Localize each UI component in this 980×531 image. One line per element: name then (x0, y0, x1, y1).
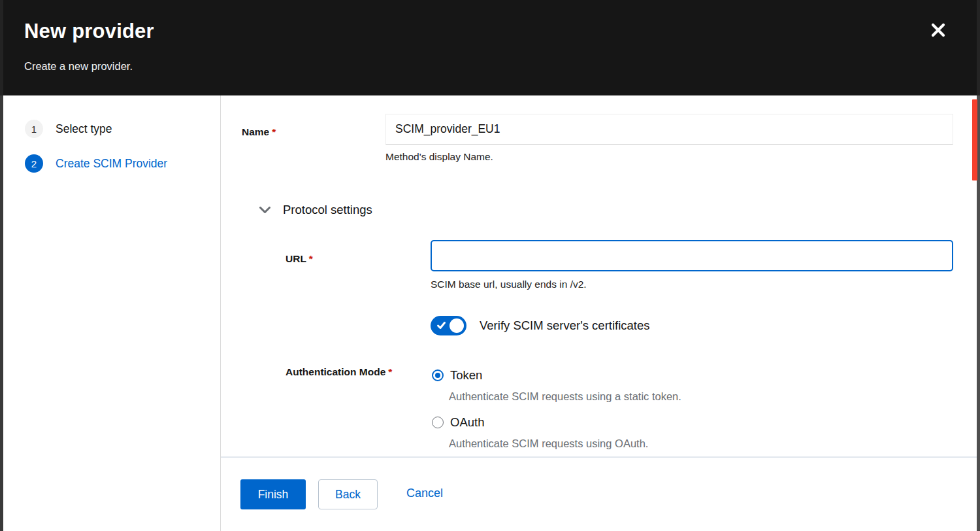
required-marker: * (309, 253, 313, 264)
verify-certificates-row: Verify SCIM server's certificates (431, 316, 650, 335)
protocol-settings-label: Protocol settings (283, 203, 372, 217)
page-title: New provider (24, 20, 154, 43)
radio-option-label: Token (450, 368, 482, 383)
auth-mode-option-oauth[interactable]: OAuth (432, 415, 484, 430)
name-field-label: Name* (242, 126, 276, 138)
close-button[interactable] (926, 18, 950, 42)
step-label: Select type (56, 122, 112, 136)
step-label: Create SCIM Provider (56, 157, 167, 171)
finish-button[interactable]: Finish (240, 479, 306, 509)
chevron-down-icon (259, 207, 270, 214)
token-option-description: Authenticate SCIM requests using a stati… (449, 390, 681, 403)
url-helper-text: SCIM base url, usually ends in /v2. (431, 279, 587, 290)
wizard-step-select-type[interactable]: 1 Select type (25, 120, 112, 138)
close-icon (931, 23, 945, 37)
name-input[interactable] (385, 114, 953, 145)
oauth-option-description: Authenticate SCIM requests using OAuth. (449, 437, 648, 450)
radio-unselected-icon[interactable] (432, 417, 444, 428)
scrollbar-thumb[interactable] (972, 99, 977, 180)
auth-mode-option-token[interactable]: Token (432, 368, 482, 383)
scrollbar-track[interactable] (977, 0, 980, 531)
wizard-step-nav: 1 Select type 2 Create SCIM Provider (3, 95, 221, 531)
url-field-label: URL* (286, 253, 313, 265)
provider-form: Name* Method's display Name. Protocol se… (221, 95, 977, 531)
modal-header: New provider Create a new provider. (0, 0, 980, 95)
name-helper-text: Method's display Name. (385, 151, 493, 163)
radio-selected-icon[interactable] (432, 369, 444, 381)
step-number-badge: 1 (25, 120, 43, 138)
check-icon (436, 320, 446, 330)
toggle-knob (449, 318, 464, 333)
back-button[interactable]: Back (318, 479, 378, 509)
footer-divider (221, 456, 977, 458)
step-number-badge: 2 (25, 154, 43, 173)
modal-subtitle: Create a new provider. (24, 60, 133, 73)
authentication-mode-label: Authentication Mode* (286, 366, 392, 378)
required-marker: * (272, 126, 276, 137)
new-provider-modal: New provider Create a new provider. 1 Se… (0, 0, 980, 531)
radio-option-label: OAuth (450, 415, 484, 430)
verify-certificates-label: Verify SCIM server's certificates (480, 318, 650, 333)
background-page-left-edge (0, 0, 3, 531)
cancel-button[interactable]: Cancel (406, 487, 443, 500)
url-input[interactable] (431, 240, 953, 271)
wizard-step-create-scim-provider[interactable]: 2 Create SCIM Provider (25, 154, 167, 173)
required-marker: * (388, 366, 392, 377)
verify-certificates-toggle[interactable] (431, 316, 466, 335)
protocol-settings-group-toggle[interactable]: Protocol settings (259, 203, 372, 217)
